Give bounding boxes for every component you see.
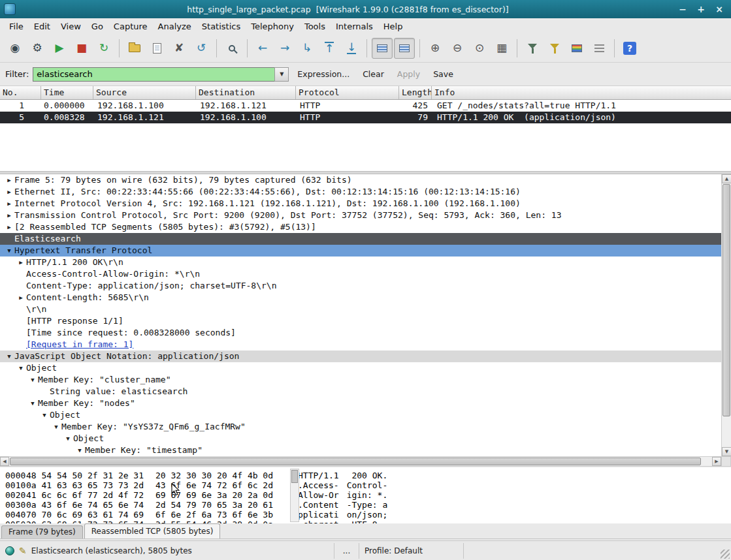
detail-row-reassembled[interactable]: [2 Reassembled TCP Segments (5805 bytes)… [0,221,731,233]
hex-row[interactable]: 0000 48 54 54 50 2f 31 2e 31 20 32 30 30… [0,471,731,480]
tab-reassembled-tcp[interactable]: Reassembled TCP (5805 bytes) [84,523,221,538]
expander-icon[interactable] [4,198,14,210]
menu-file[interactable]: File [4,20,29,33]
detail-row-json-member-node-id[interactable]: Member Key: "YsYS37z_QFm6_g_IacfMRw" [0,421,731,433]
go-first-packet-button[interactable]: ↑ [319,38,340,59]
preferences-button[interactable] [589,38,609,59]
menu-help[interactable]: Help [378,20,408,33]
detail-row-json-member-cluster-name[interactable]: Member Key: "cluster_name" [0,374,731,386]
go-last-packet-button[interactable]: ↓ [341,38,362,59]
capture-stop-button[interactable]: ■ [71,38,92,59]
save-file-button[interactable] [146,38,167,59]
packet-row-selected[interactable]: 5 0.008328 192.168.1.121 192.168.1.100 H… [0,112,731,123]
detail-row-http-time-since[interactable]: [Time since request: 0.008328000 seconds… [0,327,731,339]
status-profile-section[interactable]: Profile: Default [359,543,464,559]
menu-capture[interactable]: Capture [108,20,153,33]
filter-dropdown-button[interactable] [274,67,289,82]
go-to-packet-button[interactable]: ↳ [297,38,317,59]
menu-tools[interactable]: Tools [299,20,331,33]
detail-row-http[interactable]: Hypertext Transfer Protocol [0,245,731,257]
hex-row[interactable]: 0010 0a 41 63 63 65 73 73 2d 43 6f 6e 74… [0,480,731,490]
autoscroll-toggle-button[interactable] [394,38,415,59]
apply-button[interactable]: Apply [393,67,425,82]
scroll-slider[interactable] [723,184,730,416]
expander-icon[interactable] [51,421,61,433]
detail-row-http-response[interactable]: [HTTP response 1/1] [0,315,731,327]
coloring-rules-button[interactable] [566,38,587,59]
expander-icon[interactable] [4,186,14,198]
expander-icon[interactable] [4,350,14,362]
tab-frame[interactable]: Frame (79 bytes) [1,525,83,538]
find-packet-button[interactable] [221,38,242,59]
close-button[interactable]: × [711,3,727,16]
expression-button[interactable]: Expression... [293,67,354,82]
menu-telephony[interactable]: Telephony [246,20,299,33]
expander-icon[interactable] [16,292,26,303]
menu-statistics[interactable]: Statistics [197,20,246,33]
display-filter-button[interactable] [544,38,565,59]
menu-analyze[interactable]: Analyze [153,20,197,33]
detail-row-json-object[interactable]: Object [0,362,731,374]
minimize-button[interactable]: − [675,3,690,16]
detail-row-tcp[interactable]: Transmission Control Protocol, Src Port:… [0,210,731,221]
scroll-right-button[interactable] [712,457,721,466]
detail-row-http-content-length[interactable]: Content-Length: 5685\r\n [0,292,731,303]
expander-icon[interactable] [16,257,26,268]
resize-grip[interactable] [721,550,730,559]
detail-row-http-acao[interactable]: Access-Control-Allow-Origin: *\r\n [0,268,731,280]
hex-row[interactable]: 0020 41 6c 6c 6f 77 2d 4f 72 69 67 69 6e… [0,490,731,500]
colorize-toggle-button[interactable] [372,38,393,59]
detail-row-elasticsearch[interactable]: Elasticsearch [0,233,731,245]
detail-row-frame[interactable]: Frame 5: 79 bytes on wire (632 bits), 79… [0,174,731,186]
go-forward-button[interactable]: → [274,38,295,59]
expander-icon[interactable] [4,245,14,257]
capture-options-button[interactable]: ⚙ [27,38,48,59]
menu-edit[interactable]: Edit [29,20,56,33]
column-header-no[interactable]: No. [0,86,41,99]
menu-view[interactable]: View [56,20,86,33]
expander-icon[interactable] [39,409,50,421]
detail-row-ethernet[interactable]: Ethernet II, Src: 00:22:33:44:55:66 (00:… [0,186,731,198]
detail-row-json[interactable]: JavaScript Object Notation: application/… [0,350,731,362]
zoom-out-button[interactable]: ⊖ [447,38,468,59]
clear-button[interactable]: Clear [358,67,389,82]
detail-row-json-member-nodes[interactable]: Member Key: "nodes" [0,397,731,409]
detail-row-json-string-value[interactable]: String value: elasticsearch [0,386,731,397]
expander-icon[interactable] [63,433,73,444]
filter-input[interactable] [33,67,274,82]
scroll-up-button[interactable] [722,174,731,183]
column-header-destination[interactable]: Destination [196,86,296,99]
resize-columns-button[interactable]: ▦ [491,38,512,59]
scroll-slider[interactable] [291,470,298,483]
list-interfaces-button[interactable]: ◉ [5,38,25,59]
detail-row-json-object-3[interactable]: Object [0,433,731,444]
details-horizontal-scrollbar[interactable] [0,456,721,467]
go-back-button[interactable]: ← [252,38,273,59]
expander-icon[interactable] [74,444,85,456]
column-header-protocol[interactable]: Protocol [296,86,399,99]
maximize-button[interactable]: + [693,3,709,16]
menu-go[interactable]: Go [86,20,108,33]
detail-row-json-member-timestamp[interactable]: Member Key: "timestamp" [0,444,731,456]
capture-filter-button[interactable] [522,38,543,59]
expander-icon[interactable] [4,210,14,221]
expander-icon[interactable] [4,221,14,233]
details-vertical-scrollbar[interactable] [721,174,731,456]
expander-icon[interactable] [27,374,38,386]
column-header-length[interactable]: Length [399,86,432,99]
open-file-button[interactable] [124,38,145,59]
detail-row-http-crlf[interactable]: \r\n [0,303,731,315]
expander-icon[interactable] [27,397,38,409]
detail-row-json-object-2[interactable]: Object [0,409,731,421]
hex-scrollbar[interactable] [290,469,299,522]
save-filter-button[interactable]: Save [429,67,458,82]
column-header-time[interactable]: Time [41,86,93,99]
close-file-button[interactable]: ✘ [169,38,189,59]
scroll-slider[interactable] [10,458,701,465]
zoom-in-button[interactable]: ⊕ [425,38,446,59]
hex-row[interactable]: 0040 70 70 6c 69 63 61 74 69 6f 6e 2f 6a… [0,510,731,520]
zoom-original-button[interactable]: ⊙ [469,38,490,59]
reload-button[interactable]: ↺ [191,38,212,59]
expander-icon[interactable] [4,174,14,186]
detail-row-ip[interactable]: Internet Protocol Version 4, Src: 192.16… [0,198,731,210]
